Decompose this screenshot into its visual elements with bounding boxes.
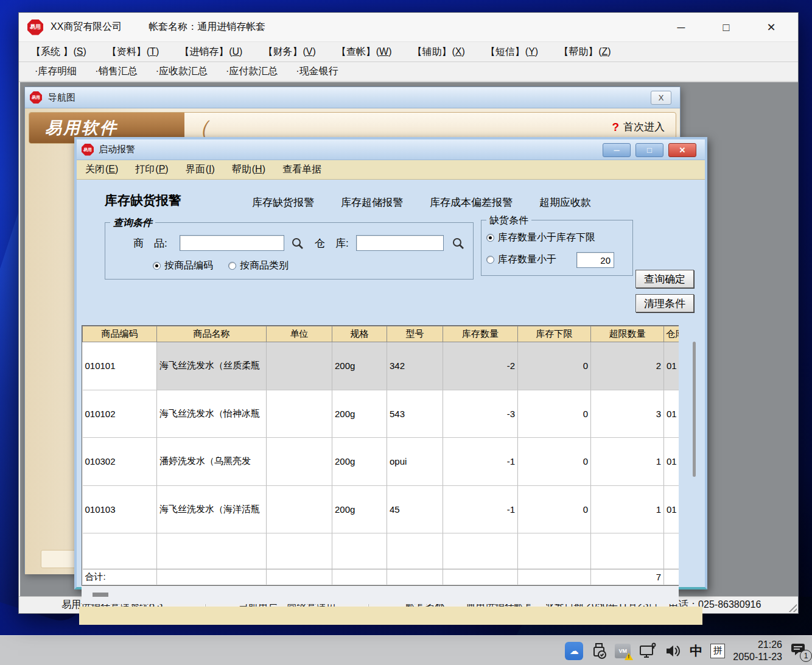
maximize-button[interactable]: □ <box>713 15 740 40</box>
warehouse-search-icon[interactable] <box>451 236 466 251</box>
toolbar-shortcut[interactable]: ·现金银行 <box>296 65 338 78</box>
radio-below-value[interactable]: 库存数量小于 <box>486 253 556 266</box>
shortage-condition-group: 缺货条件 库存数量小于库存下限 库存数量小于 <box>481 220 633 276</box>
radio-by-product-code[interactable]: 按商品编码 <box>153 259 213 272</box>
product-label: 商 品: <box>133 236 167 250</box>
option1-label: 库存数量小于库存下限 <box>498 231 595 244</box>
taskbar-clock[interactable]: 21:26 2050-11-23 <box>733 639 782 663</box>
radio-below-lower-limit[interactable]: 库存数量小于库存下限 <box>486 231 595 244</box>
nav-window-title: 导航图 <box>48 92 75 104</box>
menu-item[interactable]: 【短信】(Y) <box>486 46 538 58</box>
column-header[interactable]: 库存下限 <box>518 326 591 342</box>
dialog-menu-item[interactable]: 帮助(H) <box>232 163 265 176</box>
table-row[interactable]: 010102海飞丝洗发水（怡神冰瓶200g543-30301 <box>83 390 679 438</box>
desktop: 易用 XX商贸有限公司 帐套名称：通用进销存帐套 ─ □ ✕ 【系统 】(S)【… <box>0 0 812 665</box>
clock-time: 21:26 <box>733 639 782 651</box>
first-entry-link[interactable]: ? 首次进入 <box>612 120 665 134</box>
alert-tab[interactable]: 超期应收款 <box>539 195 591 209</box>
toolbar-shortcut[interactable]: ·应收款汇总 <box>156 65 208 78</box>
ime-chinese-icon[interactable]: 中 <box>690 642 702 660</box>
dialog-bottom-strip <box>79 607 702 625</box>
toolbar-shortcut[interactable]: ·应付款汇总 <box>226 65 278 78</box>
dialog-menu-item[interactable]: 打印(P) <box>135 163 168 176</box>
cloud-sync-icon[interactable]: ☁ <box>565 642 583 660</box>
dialog-title: 启动报警 <box>99 144 135 155</box>
volume-icon[interactable] <box>665 643 682 659</box>
dialog-close-button[interactable]: ✕ <box>668 143 696 157</box>
menu-item[interactable]: 【帮助】(Z) <box>559 46 611 58</box>
dialog-titlebar: 易用 启动报警 ─ □ ✕ <box>77 139 705 160</box>
radio-by-code-label: 按商品编码 <box>164 259 213 272</box>
shortage-group-legend: 缺货条件 <box>486 214 531 227</box>
close-button[interactable]: ✕ <box>758 15 785 40</box>
table-header-row: 商品编码商品名称单位规格型号库存数量库存下限超限数量仓库 <box>83 326 679 342</box>
alert-tab[interactable]: 库存成本偏差报警 <box>430 195 513 209</box>
column-header[interactable]: 仓库 <box>664 326 679 342</box>
dialog-menu-item[interactable]: 关闭(E) <box>85 163 118 176</box>
warehouse-label: 仓 库: <box>315 236 349 250</box>
table-total-row: 合计: 7 <box>83 569 679 585</box>
menu-item[interactable]: 【进销存】(U) <box>180 46 242 58</box>
horizontal-scrollbar[interactable] <box>82 586 679 604</box>
alert-result-table: 商品编码商品名称单位规格型号库存数量库存下限超限数量仓库 010101海飞丝洗发… <box>82 325 679 586</box>
radio-icon <box>486 256 494 264</box>
total-label: 合计: <box>83 569 157 585</box>
query-group-legend: 查询条件 <box>110 217 155 230</box>
warehouse-input[interactable] <box>356 235 444 251</box>
column-header[interactable]: 规格 <box>332 326 387 342</box>
dialog-menubar: 关闭(E)打印(P)界面(I)帮助(H)查看单据() <box>77 160 705 180</box>
alert-tab[interactable]: 库存缺货报警 <box>252 195 314 209</box>
nav-close-button[interactable]: X <box>651 91 671 105</box>
app-logo-icon: 易用 <box>30 91 42 104</box>
first-entry-label: 首次进入 <box>623 120 665 134</box>
threshold-input[interactable] <box>576 252 614 268</box>
ime-pinyin-icon[interactable]: 拼 <box>710 644 725 658</box>
column-header[interactable]: 型号 <box>387 326 443 342</box>
column-header[interactable]: 库存数量 <box>443 326 518 342</box>
alert-tab[interactable]: 库存超储报警 <box>341 195 403 209</box>
app-logo-icon: 易用 <box>27 19 43 35</box>
dialog-minimize-button[interactable]: ─ <box>603 143 631 157</box>
main-menubar: 【系统 】(S)【资料】(T)【进销存】(U)【财务】(V)【查帐】(W)【辅助… <box>19 42 798 62</box>
toolbar-shortcut[interactable]: ·库存明细 <box>35 65 77 78</box>
help-question-icon: ? <box>612 121 619 134</box>
dialog-menu-item[interactable]: 界面(I) <box>186 163 215 176</box>
product-search-icon[interactable] <box>290 236 305 251</box>
usb-device-icon[interactable] <box>591 642 607 660</box>
table-row[interactable]: 010101海飞丝洗发水（丝质柔瓶200g342-20201 <box>83 342 679 390</box>
product-input[interactable] <box>180 235 284 251</box>
dialog-menu-item[interactable]: 查看单据() <box>282 163 321 176</box>
vm-warning-icon[interactable]: VM <box>615 644 631 658</box>
radio-by-category-label: 按商品类别 <box>240 259 289 272</box>
menu-item[interactable]: 【财务】(V) <box>263 46 315 58</box>
menu-item[interactable]: 【查帐】(W) <box>337 46 392 58</box>
menu-item[interactable]: 【资料】(T) <box>107 46 159 58</box>
dialog-body: 库存缺货报警 库存缺货报警库存超储报警库存成本偏差报警超期应收款 查询条件 商 … <box>77 180 705 587</box>
column-header[interactable]: 单位 <box>267 326 332 342</box>
notification-center-icon[interactable]: 1 <box>790 642 808 660</box>
horizontal-scrollbar-thumb[interactable] <box>93 593 108 597</box>
dialog-maximize-button[interactable]: □ <box>635 143 663 157</box>
network-display-icon[interactable] <box>639 642 657 660</box>
company-name: XX商贸有限公司 <box>51 21 122 33</box>
radio-icon <box>486 234 494 242</box>
total-value: 7 <box>591 569 664 585</box>
clear-condition-button[interactable]: 清理条件 <box>635 294 694 312</box>
menu-item[interactable]: 【系统 】(S) <box>31 46 86 58</box>
column-header[interactable]: 商品编码 <box>83 326 157 342</box>
vertical-scrollbar-thumb[interactable] <box>693 342 696 477</box>
table-row[interactable]: 010103海飞丝洗发水（海洋活瓶200g45-10101 <box>83 485 679 533</box>
option2-label: 库存数量小于 <box>498 253 556 266</box>
query-confirm-button[interactable]: 查询确定 <box>635 270 694 288</box>
app-logo-icon: 易用 <box>82 144 94 156</box>
toolbar-shortcut[interactable]: ·销售汇总 <box>95 65 137 78</box>
account-set-name: 帐套名称：通用进销存帐套 <box>149 21 265 33</box>
column-header[interactable]: 超限数量 <box>591 326 664 342</box>
radio-icon <box>153 262 161 270</box>
column-header[interactable]: 商品名称 <box>157 326 267 342</box>
radio-by-product-category[interactable]: 按商品类别 <box>228 259 289 272</box>
menu-item[interactable]: 【辅助】(X) <box>413 46 465 58</box>
minimize-button[interactable]: ─ <box>668 15 695 40</box>
table-row[interactable]: 010302潘婷洗发水（乌黑亮发200gopui-10101 <box>83 438 679 486</box>
nav-titlebar: 易用 导航图 X <box>25 87 680 108</box>
